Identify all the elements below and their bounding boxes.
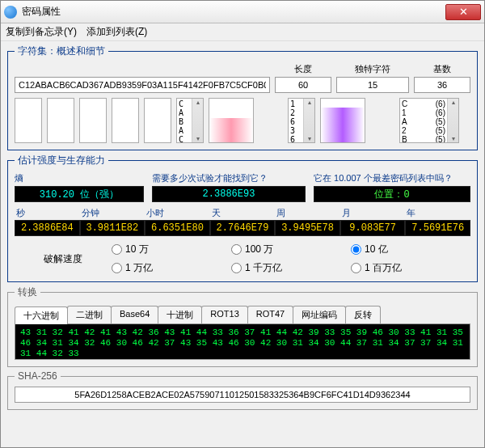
- char-freq-list-content: C(6)1(6)A(5)2(5)B(5): [400, 99, 447, 142]
- length-field[interactable]: [275, 77, 331, 93]
- sha256-field[interactable]: [15, 387, 470, 403]
- time-value-display: 7.5691E76: [405, 220, 470, 236]
- time-header: 小时: [145, 205, 210, 220]
- entropy-display: 310.20 位（强）: [15, 186, 144, 202]
- convert-legend: 转换: [15, 285, 40, 299]
- close-button[interactable]: ✕: [445, 4, 481, 20]
- tab-网址编码[interactable]: 网址编码: [293, 306, 346, 323]
- histogram-a: [209, 98, 254, 143]
- char-list-a-content: C A B A C: [177, 99, 192, 142]
- tab-十六进制[interactable]: 十六进制: [15, 306, 68, 324]
- speed-label: 破解速度: [15, 252, 112, 266]
- menu-add-list[interactable]: 添加到列表(Z): [86, 25, 147, 39]
- charset-value-input[interactable]: [15, 77, 270, 93]
- strength-top-row: 熵 310.20 位（强） 需要多少次试验才能找到它？ 2.3886E93 它在…: [15, 172, 470, 202]
- char-list-b[interactable]: 1 2 6 3 6 ▴▾: [288, 98, 315, 143]
- time-value-display: 3.9811E82: [80, 220, 146, 236]
- base-label: 基数: [414, 63, 470, 75]
- speed-row: 破解速度 10 万100 万10 亿1 万亿1 千万亿1 百万亿: [15, 243, 470, 275]
- tab-反转[interactable]: 反转: [345, 306, 381, 323]
- time-value-display: 3.9495E78: [275, 220, 340, 236]
- speed-options: 10 万100 万10 亿1 万亿1 千万亿1 百万亿: [112, 243, 470, 275]
- convert-tabs: 十六进制二进制Base64十进制ROT13ROT47网址编码反转: [15, 306, 470, 324]
- base-field[interactable]: [414, 77, 470, 93]
- tab-ROT13[interactable]: ROT13: [201, 306, 247, 323]
- entropy-label: 熵: [15, 172, 144, 184]
- scrollbar-icon[interactable]: ▴▾: [192, 99, 203, 142]
- char-list-a[interactable]: C A B A C ▴▾: [176, 98, 204, 143]
- group-sha256: SHA-256: [7, 370, 478, 410]
- char-freq-list[interactable]: C(6)1(6)A(5)2(5)B(5) ▴▾: [399, 98, 459, 143]
- speed-option[interactable]: 10 亿: [351, 243, 470, 256]
- mini-box-3: [79, 98, 107, 143]
- group-convert: 转换 十六进制二进制Base64十进制ROT13ROT47网址编码反转 43 3…: [7, 285, 478, 367]
- speed-option[interactable]: 100 万: [231, 243, 351, 256]
- time-header: 年: [405, 205, 470, 220]
- mini-box-5: [144, 98, 171, 143]
- time-value-display: 2.7646E79: [210, 220, 276, 236]
- tab-ROT47[interactable]: ROT47: [247, 306, 293, 323]
- mini-box-1: [15, 98, 42, 143]
- length-label: 长度: [275, 63, 331, 75]
- time-grid: 秒分钟小时天周月年2.3886E843.9811E826.6351E802.76…: [15, 205, 470, 236]
- speed-option[interactable]: 1 万亿: [112, 261, 231, 275]
- inlist-label: 它在 10.007 个最差密码列表中吗？: [314, 172, 470, 184]
- mini-box-2: [47, 98, 74, 143]
- tab-二进制[interactable]: 二进制: [67, 306, 112, 323]
- scrollbar-icon[interactable]: ▴▾: [447, 99, 458, 142]
- speed-option[interactable]: 1 百万亿: [351, 261, 470, 275]
- speed-option[interactable]: 1 千万亿: [231, 261, 351, 275]
- trials-label: 需要多少次试验才能找到它？: [152, 172, 306, 184]
- time-header: 分钟: [80, 205, 146, 220]
- scrollbar-icon[interactable]: ▴▾: [303, 99, 314, 142]
- time-header: 秒: [15, 205, 80, 220]
- mini-box-4: [112, 98, 139, 143]
- tab-十进制[interactable]: 十进制: [158, 306, 202, 323]
- charset-row1: 长度 独特字符 基数: [15, 63, 470, 93]
- convert-output[interactable]: 43 31 32 41 42 41 43 42 36 43 41 44 33 3…: [15, 324, 470, 360]
- group-strength: 估计强度与生存能力 熵 310.20 位（强） 需要多少次试验才能找到它？ 2.…: [7, 154, 478, 282]
- tab-Base64[interactable]: Base64: [111, 306, 158, 323]
- trials-display: 2.3886E93: [152, 186, 306, 202]
- time-header: 周: [275, 205, 340, 220]
- sha-legend: SHA-256: [15, 370, 61, 382]
- charset-legend: 字符集：概述和细节: [15, 44, 108, 58]
- app-icon: [4, 6, 17, 19]
- time-header: 天: [210, 205, 276, 220]
- window-title: 密码属性: [22, 5, 445, 19]
- unique-field[interactable]: [336, 77, 409, 93]
- app-window: 密码属性 ✕ 复制到备忘录(Y) 添加到列表(Z) 字符集：概述和细节 长度 独…: [0, 0, 485, 448]
- histogram-b: [320, 98, 365, 143]
- speed-option[interactable]: 10 万: [112, 243, 231, 256]
- time-value-display: 9.083E77: [340, 220, 406, 236]
- menubar: 复制到备忘录(Y) 添加到列表(Z): [1, 23, 484, 41]
- strength-legend: 估计强度与生存能力: [15, 154, 108, 167]
- time-header: 月: [340, 205, 406, 220]
- time-value-display: 6.6351E80: [145, 220, 210, 236]
- char-list-b-content: 1 2 6 3 6: [289, 99, 303, 142]
- charset-row2: C A B A C ▴▾ 1 2 6 3 6 ▴▾ C(6)1(6)A(5)2(…: [15, 98, 470, 143]
- content-area: 字符集：概述和细节 长度 独特字符 基数: [1, 41, 484, 447]
- menu-copy-memo[interactable]: 复制到备忘录(Y): [6, 25, 77, 39]
- unique-label: 独特字符: [336, 63, 409, 75]
- time-value-display: 2.3886E84: [15, 220, 80, 236]
- group-charset: 字符集：概述和细节 长度 独特字符 基数: [7, 44, 478, 150]
- titlebar: 密码属性 ✕: [1, 1, 484, 23]
- inlist-display: 位置：0: [314, 186, 470, 202]
